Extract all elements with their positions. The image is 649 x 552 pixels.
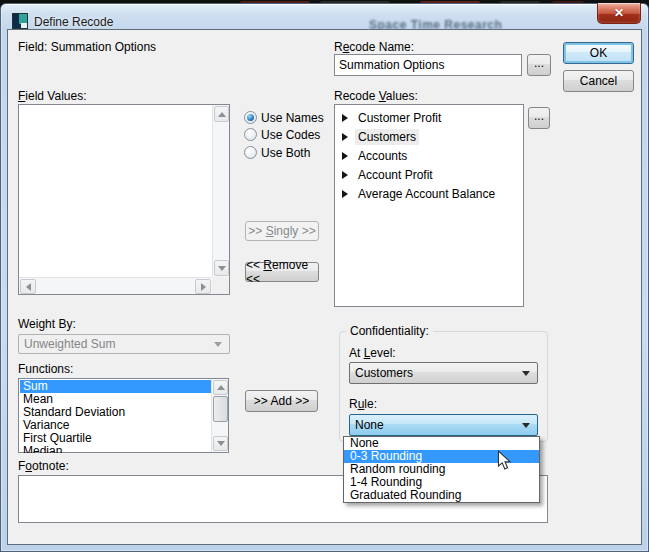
functions-vscrollbar[interactable] xyxy=(211,379,228,452)
scroll-right-button[interactable] xyxy=(195,279,211,294)
function-item[interactable]: Median xyxy=(20,445,212,453)
arrow-right-icon xyxy=(201,283,206,291)
scroll-left-button[interactable] xyxy=(20,279,36,294)
chevron-down-icon xyxy=(522,423,530,428)
chevron-down-icon xyxy=(522,371,530,376)
recode-name-input[interactable]: Summation Options xyxy=(334,54,522,76)
at-level-combobox[interactable]: Customers xyxy=(349,362,538,384)
expand-triangle-icon[interactable] xyxy=(342,152,348,160)
arrow-left-icon xyxy=(26,283,31,291)
recode-values-browse-button[interactable]: ... xyxy=(528,107,550,129)
scroll-down-button[interactable] xyxy=(214,260,229,276)
mouse-cursor-icon xyxy=(496,450,512,474)
radio-use-codes[interactable] xyxy=(244,128,257,141)
field-values-vscrollbar[interactable] xyxy=(212,105,229,277)
window-title: Define Recode xyxy=(34,15,113,29)
recode-value-item[interactable]: Customer Profit xyxy=(335,108,523,127)
recode-name-label: Recode Name: xyxy=(334,41,414,54)
rule-option[interactable]: Graduated Rounding xyxy=(344,489,539,502)
expand-triangle-icon[interactable] xyxy=(342,133,348,141)
arrow-up-icon xyxy=(218,112,226,117)
recode-value-item[interactable]: Account Profit xyxy=(335,165,523,184)
arrow-down-icon xyxy=(218,266,226,271)
app-icon xyxy=(12,13,28,29)
scrollbar-corner xyxy=(212,277,229,294)
at-level-label: At Level: xyxy=(349,347,396,360)
recode-value-item[interactable]: Average Account Balance xyxy=(335,184,523,203)
expand-triangle-icon[interactable] xyxy=(342,171,348,179)
ok-button[interactable]: OK xyxy=(563,42,634,64)
radio-use-names[interactable] xyxy=(244,111,257,124)
cancel-button[interactable]: Cancel xyxy=(563,70,634,92)
recode-name-browse-button[interactable]: ... xyxy=(527,54,551,76)
screen: Space Time Research Define Recode ✕ Fiel… xyxy=(0,0,649,552)
arrow-down-icon xyxy=(217,441,225,446)
singly-button[interactable]: >> Singly >> xyxy=(245,221,319,241)
rule-label: Rule: xyxy=(349,398,377,411)
arrow-up-icon xyxy=(217,385,225,390)
functions-list: Sum Mean Standard Deviation Variance Fir… xyxy=(20,380,212,453)
close-icon: ✕ xyxy=(614,7,624,19)
confidentiality-label: Confidentiality: xyxy=(346,325,433,338)
field-summary-label: Field: Summation Options xyxy=(18,41,156,54)
remove-button[interactable]: << Remove << xyxy=(245,262,319,282)
recode-value-item[interactable]: Accounts xyxy=(335,146,523,165)
scroll-up-button[interactable] xyxy=(214,106,229,122)
weight-by-label: Weight By: xyxy=(18,318,76,331)
radio-use-codes-label[interactable]: Use Codes xyxy=(261,129,320,142)
scroll-up-button[interactable] xyxy=(213,380,228,395)
weight-by-combobox[interactable]: Unweighted Sum xyxy=(18,334,230,354)
radio-use-names-label[interactable]: Use Names xyxy=(261,112,324,125)
field-values-hscrollbar[interactable] xyxy=(19,277,212,294)
field-values-label: Field Values: xyxy=(18,90,87,103)
recode-values-listbox[interactable]: Customer Profit Customers Accounts Accou… xyxy=(334,104,524,307)
rule-combobox[interactable]: None xyxy=(349,414,538,436)
expand-triangle-icon[interactable] xyxy=(342,190,348,198)
field-values-listbox[interactable] xyxy=(18,104,230,295)
footnote-label: Footnote: xyxy=(18,460,69,473)
scrollbar-thumb[interactable] xyxy=(213,396,228,422)
radio-use-both-label[interactable]: Use Both xyxy=(261,147,310,160)
recode-values-label: Recode Values: xyxy=(334,90,418,103)
add-button[interactable]: >> Add >> xyxy=(245,390,318,412)
close-button[interactable]: ✕ xyxy=(597,3,641,24)
expand-triangle-icon[interactable] xyxy=(342,114,348,122)
recode-value-item[interactable]: Customers xyxy=(335,127,523,146)
scroll-down-button[interactable] xyxy=(213,436,228,451)
functions-label: Functions: xyxy=(18,363,73,376)
radio-use-both[interactable] xyxy=(244,146,257,159)
functions-listbox[interactable]: Sum Mean Standard Deviation Variance Fir… xyxy=(18,378,229,453)
chevron-down-icon xyxy=(214,342,222,347)
